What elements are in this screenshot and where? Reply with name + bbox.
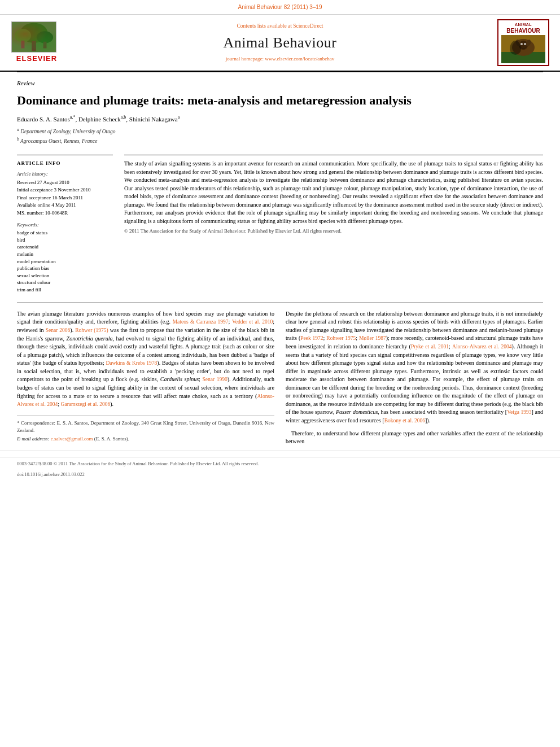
initial-acceptance: Initial acceptance 3 November 2010	[17, 186, 113, 194]
top-bar: Animal Behaviour 82 (2011) 3–19	[0, 0, 560, 15]
article-info-panel: ARTICLE INFO Article history: Received 2…	[17, 155, 113, 293]
elsevier-wordmark: ELSEVIER	[16, 54, 57, 63]
keyword-3: carotenoid	[17, 243, 113, 251]
cite-vedder[interactable]: Vedder et al. 2010	[232, 319, 273, 325]
elsevier-image-svg	[12, 21, 56, 53]
footnote-email-line: E-mail address: e.salves@gmail.com (E. S…	[17, 435, 274, 443]
affiliation-b: b Agrocampus Ouest, Rennes, France	[17, 136, 543, 146]
keyword-5: model presentation	[17, 258, 113, 265]
homepage-url[interactable]: www.elsevier.com/locate/anbehav	[265, 56, 334, 62]
bottom-divider	[0, 451, 560, 451]
cite-alonso2[interactable]: Alonso-Alvarez et al. 2004	[452, 344, 512, 350]
journal-header: ELSEVIER Contents lists available at Sci…	[0, 15, 560, 72]
affil-a-sup: a	[17, 127, 19, 132]
history-label: Article history:	[17, 171, 113, 178]
available-online: Available online 4 May 2011	[17, 202, 113, 209]
author2: Delphine Scheck	[78, 116, 121, 123]
animal-badge: ANIMAL BEHAVIOUR	[497, 19, 549, 67]
footnote-email[interactable]: e.salves@gmail.com	[51, 436, 93, 442]
article-info-heading: ARTICLE INFO	[17, 160, 113, 167]
cite-veiga[interactable]: Veiga 1993	[507, 409, 531, 415]
elsevier-image	[11, 21, 56, 53]
ms-number: MS. number: 10-00648R	[17, 209, 113, 217]
body-left-column: The avian plumage literature provides nu…	[17, 310, 274, 451]
homepage-label: journal homepage:	[226, 56, 264, 62]
sciencedirect-link-text[interactable]: ScienceDirect	[293, 23, 323, 29]
journal-center: Contents lists available at ScienceDirec…	[68, 23, 492, 62]
keywords-label: Keywords:	[17, 221, 113, 229]
cite-rohwer[interactable]: Rohwer (1975)	[75, 327, 108, 333]
cite-peek[interactable]: Peek 1972	[300, 335, 323, 341]
svg-point-3	[15, 29, 31, 42]
abstract-paragraph-1: The study of avian signalling systems is…	[124, 160, 543, 225]
cite-senar[interactable]: Senar 2006	[46, 327, 71, 333]
cite-pryke[interactable]: Pryke et al. 2001	[411, 344, 449, 350]
author3: Shinichi Nakagawa	[129, 116, 178, 123]
svg-point-1	[20, 23, 48, 43]
affil-b-sup: b	[17, 137, 19, 142]
cite-alonso[interactable]: Alonso-Alvarez et al. 2004	[17, 394, 274, 408]
article-title: Dominance and plumage traits: meta-analy…	[17, 90, 543, 113]
animal-badge-svg	[501, 35, 545, 63]
cite-mateos[interactable]: Mateos & Carranza 1997	[173, 319, 229, 325]
abstract-panel: The study of avian signalling systems is…	[124, 155, 543, 293]
svg-rect-6	[43, 42, 47, 49]
abstract-text: The study of avian signalling systems is…	[124, 160, 543, 235]
author2-sup: a,b	[121, 115, 126, 120]
copyright-line: © 2011 The Association for the Study of …	[124, 228, 543, 235]
svg-rect-5	[21, 41, 25, 49]
issn-line: 0003-3472/$38.00 © 2011 The Association …	[17, 461, 259, 468]
svg-rect-0	[12, 22, 56, 53]
body-left-p1: The avian plumage literature provides nu…	[17, 310, 274, 409]
svg-point-14	[524, 43, 526, 45]
cite-moller[interactable]: Møller 1987	[359, 335, 386, 341]
animal-badge-title2: BEHAVIOUR	[501, 27, 545, 35]
footnote-email-note: (E. S. A. Santos).	[94, 436, 129, 442]
final-acceptance: Final acceptance 16 March 2011	[17, 194, 113, 202]
article-authors: Eduardo S. A. Santosa,*, Delphine Scheck…	[17, 113, 543, 126]
doi-text: doi:10.1016/j.anbehav.2011.03.022	[17, 471, 85, 477]
email-label: E-mail address:	[17, 436, 49, 442]
doi-line: doi:10.1016/j.anbehav.2011.03.022	[0, 470, 560, 482]
body-section: The avian plumage literature provides nu…	[17, 303, 543, 451]
affil-a-text: Department of Zoology, University of Ota…	[20, 129, 115, 134]
affiliation-a: a Department of Zoology, University of O…	[17, 126, 543, 136]
body-right-p1: Despite the plethora of research on the …	[286, 310, 543, 425]
cite-garamszegi[interactable]: Garamszegi et al. 2006	[61, 401, 111, 407]
animal-logo-right: ANIMAL BEHAVIOUR	[498, 19, 549, 67]
elsevier-logo-left: ELSEVIER	[11, 21, 62, 64]
cite-dawkins[interactable]: Dawkins & Krebs 1978	[106, 360, 157, 366]
footnote-correspondence: * Correspondence: E. S. A. Santos, Depar…	[17, 420, 274, 434]
journal-homepage: journal homepage: www.elsevier.com/locat…	[68, 55, 492, 63]
author1: Eduardo S. A. Santos	[17, 116, 70, 123]
article-type: Review	[17, 72, 543, 90]
keyword-9: trim and fill	[17, 286, 113, 294]
body-right-column: Despite the plethora of research on the …	[286, 310, 543, 451]
keyword-8: structural colour	[17, 279, 113, 286]
author3-sup: a	[178, 115, 180, 120]
keyword-2: bird	[17, 237, 113, 244]
animal-badge-title1: ANIMAL	[501, 22, 545, 28]
animal-badge-image	[501, 35, 545, 63]
keyword-4: melanin	[17, 251, 113, 258]
content-area: Review Dominance and plumage traits: met…	[0, 72, 560, 450]
cite-senar2[interactable]: Senar 1990	[203, 377, 228, 382]
cite-rohwer2[interactable]: Rohwer 1975	[326, 335, 356, 341]
affil-b-text: Agrocampus Ouest, Rennes, France	[20, 138, 98, 144]
body-right-p2: Therefore, to understand how different p…	[286, 430, 543, 446]
author1-sup: a,*	[70, 115, 76, 120]
received-date: Received 27 August 2010	[17, 179, 113, 186]
keyword-1: badge of status	[17, 229, 113, 237]
bottom-bar: 0003-3472/$38.00 © 2011 The Association …	[0, 457, 560, 471]
sciencedirect-prefix: Contents lists available at	[237, 23, 291, 29]
page-wrapper: Animal Behaviour 82 (2011) 3–19 ELSEVIER	[0, 0, 560, 482]
footnotes: * Correspondence: E. S. A. Santos, Depar…	[17, 416, 274, 443]
svg-point-13	[520, 43, 523, 45]
keyword-6: publication bias	[17, 265, 113, 272]
journal-title: Animal Behaviour	[68, 33, 492, 53]
svg-rect-2	[32, 41, 36, 51]
svg-point-4	[37, 31, 53, 43]
cite-bokony[interactable]: Bokony et al. 2006	[384, 418, 425, 423]
sciencedirect-line: Contents lists available at ScienceDirec…	[68, 23, 492, 30]
article-info-abstract: ARTICLE INFO Article history: Received 2…	[17, 155, 543, 293]
